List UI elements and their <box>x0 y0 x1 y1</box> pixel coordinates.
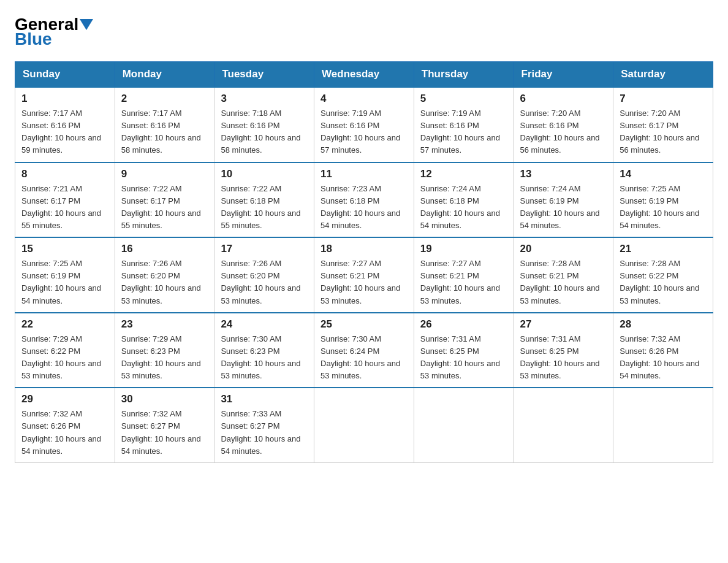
calendar-cell: 8 Sunrise: 7:21 AMSunset: 6:17 PMDayligh… <box>15 163 115 238</box>
calendar-cell: 27 Sunrise: 7:31 AMSunset: 6:25 PMDaylig… <box>514 313 613 388</box>
calendar-cell: 23 Sunrise: 7:29 AMSunset: 6:23 PMDaylig… <box>115 313 214 388</box>
page-header: General Blue <box>15 15 713 49</box>
calendar-header-saturday: Saturday <box>613 62 713 88</box>
day-info: Sunrise: 7:26 AMSunset: 6:20 PMDaylight:… <box>221 258 308 307</box>
day-number: 8 <box>21 168 108 180</box>
calendar-cell: 9 Sunrise: 7:22 AMSunset: 6:17 PMDayligh… <box>115 163 214 238</box>
calendar-cell: 24 Sunrise: 7:30 AMSunset: 6:23 PMDaylig… <box>214 313 314 388</box>
calendar-week-3: 15 Sunrise: 7:25 AMSunset: 6:19 PMDaylig… <box>15 237 713 313</box>
day-number: 12 <box>420 168 507 180</box>
calendar-header-friday: Friday <box>514 62 613 88</box>
calendar-cell: 2 Sunrise: 7:17 AMSunset: 6:16 PMDayligh… <box>115 87 214 163</box>
logo-triangle-icon <box>80 19 93 30</box>
day-info: Sunrise: 7:17 AMSunset: 6:16 PMDaylight:… <box>121 107 208 157</box>
calendar-cell: 18 Sunrise: 7:27 AMSunset: 6:21 PMDaylig… <box>314 237 414 313</box>
calendar-cell: 31 Sunrise: 7:33 AMSunset: 6:27 PMDaylig… <box>214 388 314 462</box>
day-number: 19 <box>420 243 507 255</box>
day-info: Sunrise: 7:19 AMSunset: 6:16 PMDaylight:… <box>320 107 408 157</box>
svg-marker-0 <box>80 19 93 30</box>
calendar-cell: 4 Sunrise: 7:19 AMSunset: 6:16 PMDayligh… <box>314 87 414 163</box>
calendar-cell <box>314 388 414 462</box>
calendar-cell: 26 Sunrise: 7:31 AMSunset: 6:25 PMDaylig… <box>414 313 514 388</box>
day-info: Sunrise: 7:25 AMSunset: 6:19 PMDaylight:… <box>620 183 707 232</box>
calendar-table: SundayMondayTuesdayWednesdayThursdayFrid… <box>15 61 713 463</box>
day-info: Sunrise: 7:22 AMSunset: 6:18 PMDaylight:… <box>221 183 308 232</box>
calendar-cell: 16 Sunrise: 7:26 AMSunset: 6:20 PMDaylig… <box>115 237 214 313</box>
calendar-header-sunday: Sunday <box>15 62 115 88</box>
day-number: 14 <box>620 168 707 180</box>
day-number: 25 <box>320 318 408 331</box>
calendar-cell: 21 Sunrise: 7:28 AMSunset: 6:22 PMDaylig… <box>613 237 713 313</box>
day-info: Sunrise: 7:29 AMSunset: 6:22 PMDaylight:… <box>21 333 108 383</box>
calendar-cell: 15 Sunrise: 7:25 AMSunset: 6:19 PMDaylig… <box>15 237 115 313</box>
calendar-header-wednesday: Wednesday <box>314 62 414 88</box>
day-info: Sunrise: 7:28 AMSunset: 6:22 PMDaylight:… <box>620 258 707 307</box>
calendar-header-tuesday: Tuesday <box>214 62 314 88</box>
day-number: 6 <box>520 93 607 105</box>
day-number: 29 <box>21 393 108 405</box>
logo: General Blue <box>15 15 94 49</box>
day-number: 27 <box>520 318 607 331</box>
day-number: 18 <box>320 243 408 255</box>
day-number: 2 <box>121 93 208 105</box>
day-number: 9 <box>121 168 208 180</box>
day-number: 21 <box>620 243 707 255</box>
calendar-cell: 25 Sunrise: 7:30 AMSunset: 6:24 PMDaylig… <box>314 313 414 388</box>
day-number: 1 <box>21 93 108 105</box>
day-info: Sunrise: 7:31 AMSunset: 6:25 PMDaylight:… <box>520 333 607 383</box>
day-info: Sunrise: 7:33 AMSunset: 6:27 PMDaylight:… <box>221 408 308 458</box>
calendar-cell: 6 Sunrise: 7:20 AMSunset: 6:16 PMDayligh… <box>514 87 613 163</box>
day-info: Sunrise: 7:32 AMSunset: 6:26 PMDaylight:… <box>21 408 108 458</box>
day-info: Sunrise: 7:23 AMSunset: 6:18 PMDaylight:… <box>320 183 408 232</box>
day-number: 4 <box>320 93 408 105</box>
calendar-cell: 7 Sunrise: 7:20 AMSunset: 6:17 PMDayligh… <box>613 87 713 163</box>
day-info: Sunrise: 7:18 AMSunset: 6:16 PMDaylight:… <box>221 107 308 157</box>
day-info: Sunrise: 7:28 AMSunset: 6:21 PMDaylight:… <box>520 258 607 307</box>
calendar-week-4: 22 Sunrise: 7:29 AMSunset: 6:22 PMDaylig… <box>15 313 713 388</box>
calendar-cell: 30 Sunrise: 7:32 AMSunset: 6:27 PMDaylig… <box>115 388 214 462</box>
day-info: Sunrise: 7:17 AMSunset: 6:16 PMDaylight:… <box>21 107 108 157</box>
day-info: Sunrise: 7:25 AMSunset: 6:19 PMDaylight:… <box>21 258 108 307</box>
calendar-header-row: SundayMondayTuesdayWednesdayThursdayFrid… <box>15 62 713 88</box>
calendar-cell: 28 Sunrise: 7:32 AMSunset: 6:26 PMDaylig… <box>613 313 713 388</box>
day-info: Sunrise: 7:26 AMSunset: 6:20 PMDaylight:… <box>121 258 208 307</box>
calendar-cell: 11 Sunrise: 7:23 AMSunset: 6:18 PMDaylig… <box>314 163 414 238</box>
day-info: Sunrise: 7:19 AMSunset: 6:16 PMDaylight:… <box>420 107 507 157</box>
day-info: Sunrise: 7:31 AMSunset: 6:25 PMDaylight:… <box>420 333 507 383</box>
day-number: 20 <box>520 243 607 255</box>
calendar-cell: 3 Sunrise: 7:18 AMSunset: 6:16 PMDayligh… <box>214 87 314 163</box>
day-number: 3 <box>221 93 308 105</box>
calendar-cell: 19 Sunrise: 7:27 AMSunset: 6:21 PMDaylig… <box>414 237 514 313</box>
day-number: 11 <box>320 168 408 180</box>
calendar-cell: 20 Sunrise: 7:28 AMSunset: 6:21 PMDaylig… <box>514 237 613 313</box>
calendar-cell <box>414 388 514 462</box>
calendar-cell: 17 Sunrise: 7:26 AMSunset: 6:20 PMDaylig… <box>214 237 314 313</box>
calendar-week-2: 8 Sunrise: 7:21 AMSunset: 6:17 PMDayligh… <box>15 163 713 238</box>
calendar-cell <box>514 388 613 462</box>
day-number: 23 <box>121 318 208 331</box>
day-info: Sunrise: 7:20 AMSunset: 6:17 PMDaylight:… <box>620 107 707 157</box>
calendar-cell: 10 Sunrise: 7:22 AMSunset: 6:18 PMDaylig… <box>214 163 314 238</box>
calendar-cell: 12 Sunrise: 7:24 AMSunset: 6:18 PMDaylig… <box>414 163 514 238</box>
calendar-cell: 1 Sunrise: 7:17 AMSunset: 6:16 PMDayligh… <box>15 87 115 163</box>
logo-blue-text: Blue <box>15 29 52 49</box>
day-info: Sunrise: 7:30 AMSunset: 6:23 PMDaylight:… <box>221 333 308 383</box>
day-info: Sunrise: 7:24 AMSunset: 6:19 PMDaylight:… <box>520 183 607 232</box>
day-info: Sunrise: 7:21 AMSunset: 6:17 PMDaylight:… <box>21 183 108 232</box>
day-number: 15 <box>21 243 108 255</box>
calendar-cell: 13 Sunrise: 7:24 AMSunset: 6:19 PMDaylig… <box>514 163 613 238</box>
day-info: Sunrise: 7:30 AMSunset: 6:24 PMDaylight:… <box>320 333 408 383</box>
day-number: 7 <box>620 93 707 105</box>
day-info: Sunrise: 7:27 AMSunset: 6:21 PMDaylight:… <box>420 258 507 307</box>
day-info: Sunrise: 7:20 AMSunset: 6:16 PMDaylight:… <box>520 107 607 157</box>
calendar-cell: 5 Sunrise: 7:19 AMSunset: 6:16 PMDayligh… <box>414 87 514 163</box>
day-number: 31 <box>221 393 308 405</box>
day-number: 10 <box>221 168 308 180</box>
calendar-week-5: 29 Sunrise: 7:32 AMSunset: 6:26 PMDaylig… <box>15 388 713 462</box>
day-info: Sunrise: 7:29 AMSunset: 6:23 PMDaylight:… <box>121 333 208 383</box>
day-number: 30 <box>121 393 208 405</box>
day-info: Sunrise: 7:32 AMSunset: 6:26 PMDaylight:… <box>620 333 707 383</box>
calendar-header-thursday: Thursday <box>414 62 514 88</box>
day-number: 5 <box>420 93 507 105</box>
day-number: 13 <box>520 168 607 180</box>
